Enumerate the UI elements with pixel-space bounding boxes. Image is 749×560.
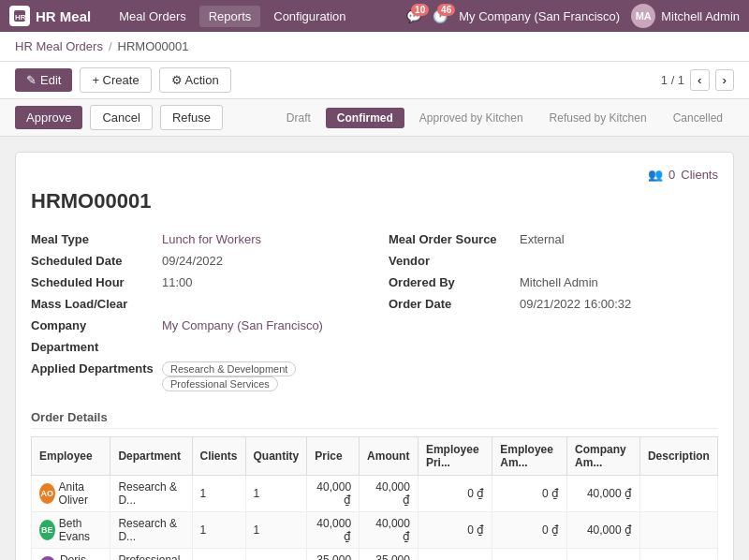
nav-actions: 💬 10 🕐 46 My Company (San Francisco) MA …: [406, 4, 740, 28]
nav-meal-orders[interactable]: Meal Orders: [110, 6, 196, 27]
breadcrumb-parent[interactable]: HR Meal Orders: [15, 39, 103, 53]
col-employee: Employee: [32, 437, 110, 476]
todo-count: 46: [437, 4, 455, 16]
table-row[interactable]: AO Anita Oliver Research & D... 1 1 40,0…: [32, 476, 718, 512]
cell-amount: 40,000 ₫: [360, 512, 419, 549]
user-name: Mitchell Admin: [661, 9, 740, 23]
right-fields: Meal Order Source External Vendor Ordere…: [389, 228, 718, 395]
clients-section: 👥 0 Clients: [31, 168, 718, 182]
nav-configuration[interactable]: Configuration: [264, 6, 355, 27]
chat-badge[interactable]: 💬 10: [406, 9, 421, 23]
company-name: My Company (San Francisco): [459, 9, 620, 23]
cell-employee: AO Anita Oliver: [32, 476, 110, 512]
field-meal-type: Meal Type Lunch for Workers: [31, 228, 360, 250]
cell-emp-price: 0 ₫: [418, 512, 492, 549]
cell-department: Research & D...: [110, 512, 192, 549]
cell-emp-amount: 0 ₫: [492, 476, 567, 512]
status-steps: Draft Confirmed Approved by Kitchen Refu…: [275, 108, 734, 128]
refuse-button[interactable]: Refuse: [160, 105, 223, 130]
field-applied-departments: Applied Departments Research & Developme…: [31, 358, 360, 395]
page-info: 1 / 1: [661, 73, 684, 87]
field-vendor: Vendor: [389, 250, 718, 272]
step-cancelled[interactable]: Cancelled: [662, 108, 734, 128]
cell-emp-amount: 0 ₫: [492, 512, 567, 549]
cell-amount: 35,000 ₫: [360, 549, 419, 561]
create-button[interactable]: + Create: [80, 67, 151, 93]
cell-company-amount: 40,000 ₫: [567, 512, 640, 549]
edit-button[interactable]: ✎ Edit: [15, 68, 72, 92]
left-fields: Meal Type Lunch for Workers Scheduled Da…: [31, 228, 360, 395]
field-scheduled-hour: Scheduled Hour 11:00: [31, 272, 360, 293]
table-row[interactable]: BE Beth Evans Research & D... 1 1 40,000…: [32, 512, 718, 549]
order-table: Employee Department Clients Quantity Pri…: [31, 436, 718, 560]
form-card: 👥 0 Clients HRMO00001 Meal Type Lunch fo…: [15, 152, 734, 560]
page-navigation: 1 / 1 ‹ ›: [661, 69, 734, 91]
cell-company-amount: 35,000 ₫: [567, 549, 640, 561]
brand-logo[interactable]: HR HR Meal: [9, 6, 91, 26]
table-header: Employee Department Clients Quantity Pri…: [32, 437, 718, 476]
chat-count: 10: [411, 4, 429, 16]
toolbar: ✎ Edit + Create ⚙ Action 1 / 1 ‹ ›: [0, 62, 749, 99]
cell-price: 40,000 ₫: [307, 512, 360, 549]
page-next-button[interactable]: ›: [715, 69, 734, 91]
pencil-icon: ✎: [26, 73, 37, 87]
user-menu[interactable]: MA Mitchell Admin: [631, 4, 740, 28]
people-icon: 👥: [648, 168, 663, 182]
cell-emp-amount: 0 ₫: [492, 549, 567, 561]
step-approved-kitchen[interactable]: Approved by Kitchen: [408, 108, 535, 128]
field-mass-load: Mass Load/Clear: [31, 293, 360, 315]
col-amount: Amount: [360, 437, 419, 476]
field-company: Company My Company (San Francisco): [31, 315, 360, 336]
step-draft[interactable]: Draft: [275, 108, 322, 128]
brand-name: HR Meal: [36, 8, 91, 24]
action-button[interactable]: ⚙ Action: [159, 67, 231, 93]
breadcrumb-separator: /: [109, 39, 112, 53]
page-prev-button[interactable]: ‹: [690, 69, 709, 91]
clients-count: 0: [668, 168, 675, 182]
order-details-title: Order Details: [31, 410, 718, 429]
cell-quantity: 1: [245, 476, 307, 512]
col-emp-amount: Employee Am...: [492, 437, 567, 476]
form-title: HRMO00001: [31, 189, 718, 214]
order-table-wrapper: Employee Department Clients Quantity Pri…: [31, 436, 718, 560]
cancel-button[interactable]: Cancel: [90, 105, 152, 130]
field-department: Department: [31, 336, 360, 358]
cell-description: [639, 512, 717, 549]
field-scheduled-date: Scheduled Date 09/24/2022: [31, 250, 360, 272]
cell-clients: 1: [192, 549, 245, 561]
brand-icon: HR: [9, 6, 30, 26]
cell-price: 35,000 ₫: [307, 549, 360, 561]
col-description: Description: [639, 437, 717, 476]
todo-badge[interactable]: 🕐 46: [433, 9, 448, 23]
status-bar: Approve Cancel Refuse Draft Confirmed Ap…: [0, 99, 749, 137]
tag-research[interactable]: Research & Development: [162, 361, 296, 376]
col-quantity: Quantity: [245, 437, 307, 476]
cell-department: Professional ...: [110, 549, 192, 561]
tag-professional[interactable]: Professional Services: [162, 376, 278, 391]
step-refused-kitchen[interactable]: Refused by Kitchen: [538, 108, 658, 128]
approve-button[interactable]: Approve: [15, 106, 82, 129]
cell-clients: 1: [192, 476, 245, 512]
col-company-amount: Company Am...: [567, 437, 640, 476]
nav-links: Meal Orders Reports Configuration: [110, 6, 355, 27]
cell-company-amount: 40,000 ₫: [567, 476, 640, 512]
cell-department: Research & D...: [110, 476, 192, 512]
form-fields: Meal Type Lunch for Workers Scheduled Da…: [31, 228, 718, 395]
nav-reports[interactable]: Reports: [199, 6, 261, 27]
col-price: Price: [307, 437, 360, 476]
clients-label: Clients: [681, 168, 718, 182]
svg-text:HR: HR: [15, 13, 26, 22]
main-content: 👥 0 Clients HRMO00001 Meal Type Lunch fo…: [0, 137, 749, 560]
col-clients: Clients: [192, 437, 245, 476]
field-meal-order-source: Meal Order Source External: [389, 228, 718, 250]
table-row[interactable]: DC Doris Cole Professional ... 1 1 35,00…: [32, 549, 718, 561]
col-department: Department: [110, 437, 192, 476]
step-confirmed[interactable]: Confirmed: [326, 108, 404, 128]
cell-description: [639, 549, 717, 561]
cell-emp-price: 0 ₫: [418, 549, 492, 561]
cell-employee: BE Beth Evans: [32, 512, 110, 549]
breadcrumb-current: HRMO00001: [118, 39, 189, 53]
clients-badge[interactable]: 👥 0 Clients: [648, 168, 718, 182]
cell-description: [639, 476, 717, 512]
field-ordered-by: Ordered By Mitchell Admin: [389, 272, 718, 293]
